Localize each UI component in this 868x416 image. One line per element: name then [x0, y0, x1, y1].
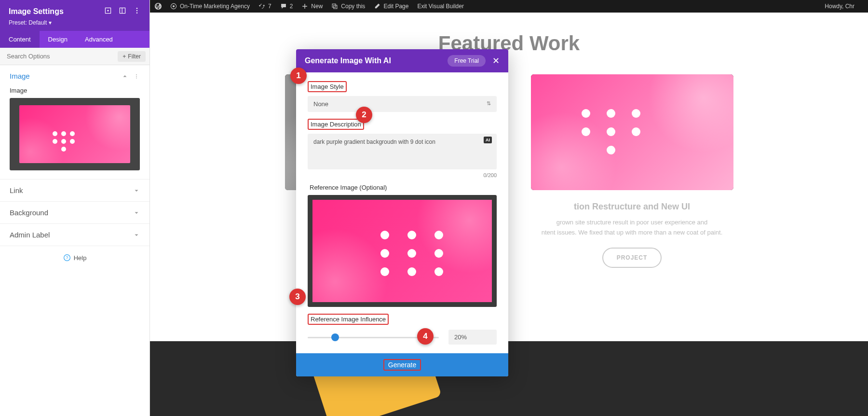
sidebar-header: Image Settings Preset: Default ▾: [0, 0, 149, 31]
card-2-desc: grown site structure result in poor user…: [531, 218, 733, 238]
help-icon: ?: [63, 254, 71, 262]
step-badge-3: 3: [289, 289, 306, 305]
chevron-down-icon: [133, 232, 140, 238]
wp-admin-bar: On-Time Marketing Agency 7 2 New Copy th…: [150, 0, 868, 13]
search-row: +Filter: [0, 48, 149, 65]
reference-image-label: Reference Image (Optional): [308, 183, 389, 192]
copy-link[interactable]: Copy this: [331, 3, 365, 10]
sidebar-title: Image Settings: [9, 7, 64, 16]
section-background-header[interactable]: Background: [0, 202, 149, 223]
close-icon[interactable]: ✕: [492, 55, 500, 66]
section-admin-label-header[interactable]: Admin Label: [0, 224, 149, 246]
svg-rect-3: [334, 5, 337, 9]
tab-design[interactable]: Design: [40, 31, 76, 48]
svg-point-13: [136, 77, 137, 78]
free-trial-badge[interactable]: Free Trial: [448, 55, 486, 67]
footer-band: [150, 341, 868, 416]
preset-label[interactable]: Preset: Default ▾: [9, 19, 141, 26]
comments-link[interactable]: 2: [280, 3, 293, 10]
card-2: tion Restructure and New UI grown site s…: [531, 74, 733, 268]
howdy-label: Howdy, Chr: [825, 3, 854, 10]
section-image-header[interactable]: Image: [0, 65, 149, 87]
image-style-label: Image Style: [308, 81, 347, 92]
svg-text:?: ?: [66, 255, 68, 260]
svg-point-12: [136, 76, 137, 77]
more-vert-icon[interactable]: [133, 73, 140, 80]
howdy-link[interactable]: Howdy, Chr: [825, 3, 854, 10]
modal-footer: Generate: [296, 353, 508, 376]
svg-point-10: [136, 13, 137, 14]
slider-thumb[interactable]: [331, 333, 339, 341]
tab-content[interactable]: Content: [0, 31, 40, 48]
section-image-title: Image: [10, 72, 30, 80]
svg-point-8: [136, 8, 137, 9]
updates-link[interactable]: 7: [258, 3, 271, 10]
modal-title: Generate Image With AI: [305, 56, 391, 65]
influence-label: Reference Image Influence: [308, 314, 389, 325]
svg-point-9: [136, 10, 137, 11]
section-link: Link: [0, 180, 149, 202]
settings-sidebar: Image Settings Preset: Default ▾ Content…: [0, 0, 150, 416]
step-badge-4: 4: [417, 328, 434, 345]
section-admin-label-title: Admin Label: [10, 231, 50, 239]
image-thumbnail[interactable]: [10, 98, 140, 170]
exit-builder-link[interactable]: Exit Visual Builder: [417, 3, 464, 10]
generate-button[interactable]: Generate: [383, 359, 421, 371]
help-link[interactable]: ? Help: [0, 246, 149, 269]
more-icon[interactable]: [133, 7, 141, 16]
chevron-up-icon: [122, 73, 128, 80]
reference-image[interactable]: [308, 195, 497, 307]
ai-image-modal: Generate Image With AI Free Trial ✕ Imag…: [296, 49, 508, 376]
card-2-button[interactable]: PROJECT: [602, 248, 662, 268]
site-name-link[interactable]: On-Time Marketing Agency: [170, 3, 250, 10]
svg-rect-2: [332, 4, 336, 7]
svg-point-11: [136, 74, 137, 75]
tab-advanced[interactable]: Advanced: [76, 31, 122, 48]
sidebar-tabs: Content Design Advanced: [0, 31, 149, 48]
focus-icon[interactable]: [104, 7, 112, 16]
site-name: On-Time Marketing Agency: [180, 3, 250, 10]
modal-header: Generate Image With AI Free Trial ✕: [296, 49, 508, 72]
card-2-title: tion Restructure and New UI: [531, 202, 733, 212]
image-style-select[interactable]: None: [308, 96, 497, 112]
influence-value[interactable]: 20%: [448, 330, 497, 345]
filter-button[interactable]: +Filter: [118, 51, 146, 62]
section-admin-label: Admin Label: [0, 224, 149, 246]
new-label: New: [311, 3, 323, 10]
help-label: Help: [74, 254, 87, 262]
svg-point-5: [107, 10, 108, 11]
comments-count: 2: [290, 3, 293, 10]
page-heading: Featured Work: [150, 32, 868, 55]
card-2-image[interactable]: [531, 74, 733, 190]
page-canvas: Featured Work We Deeading VIEW P tion Re…: [150, 13, 868, 416]
edit-page-link[interactable]: Edit Page: [374, 3, 408, 10]
section-link-title: Link: [10, 186, 23, 194]
image-description-textarea[interactable]: [308, 134, 497, 169]
image-field-label: Image: [10, 87, 140, 94]
search-input[interactable]: [0, 48, 118, 65]
svg-rect-6: [120, 8, 125, 13]
copy-label: Copy this: [341, 3, 365, 10]
image-description-label: Image Description: [308, 119, 364, 130]
step-badge-1: 1: [290, 68, 307, 84]
section-background: Background: [0, 202, 149, 224]
section-link-header[interactable]: Link: [0, 180, 149, 201]
chevron-down-icon: [133, 187, 140, 194]
ai-badge[interactable]: AI: [484, 137, 492, 143]
section-background-title: Background: [10, 208, 48, 217]
section-image: Image Image: [0, 65, 149, 180]
edit-label: Edit Page: [383, 3, 408, 10]
wp-logo[interactable]: [155, 3, 162, 10]
svg-point-1: [173, 5, 175, 7]
exit-label: Exit Visual Builder: [417, 3, 464, 10]
panel-icon[interactable]: [119, 7, 126, 16]
updates-count: 7: [268, 3, 271, 10]
new-link[interactable]: New: [301, 3, 323, 10]
chevron-down-icon: [133, 209, 140, 216]
step-badge-2: 2: [356, 107, 372, 123]
